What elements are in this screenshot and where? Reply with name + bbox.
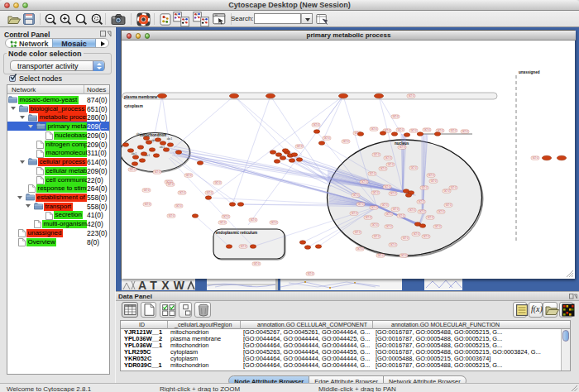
svg-text:GO:0: GO:0 (413, 232, 419, 236)
svg-text:GO:0: GO:0 (219, 221, 226, 224)
svg-text:GO:0: GO:0 (418, 200, 424, 203)
svg-text:GO:0: GO:0 (369, 172, 376, 175)
svg-text:GO:0: GO:0 (361, 180, 367, 184)
svg-text:cytoplasm: cytoplasm (124, 104, 143, 108)
svg-text:GO:0: GO:0 (410, 129, 417, 132)
svg-text:GO:0: GO:0 (143, 189, 150, 192)
svg-text:GO:0: GO:0 (438, 210, 444, 213)
svg-text:GO:0: GO:0 (371, 223, 378, 227)
svg-text:GO:0: GO:0 (352, 194, 359, 197)
svg-text:unassigned: unassigned (519, 70, 540, 74)
svg-text:GO:0: GO:0 (372, 191, 379, 194)
svg-text:GO:0: GO:0 (313, 123, 319, 127)
svg-text:GO:0: GO:0 (399, 146, 405, 149)
svg-text:GO:0: GO:0 (392, 208, 399, 211)
svg-text:GO:0: GO:0 (206, 191, 213, 194)
svg-text:GO:0: GO:0 (250, 218, 256, 222)
svg-text:GO:0: GO:0 (373, 153, 380, 156)
svg-text:GO:0: GO:0 (384, 185, 390, 189)
svg-text:GO:0: GO:0 (342, 140, 349, 143)
svg-text:GO:0: GO:0 (154, 170, 160, 174)
svg-text:GO:0: GO:0 (354, 231, 361, 234)
svg-text:GO:0: GO:0 (430, 179, 437, 183)
svg-text:GO:0: GO:0 (240, 245, 246, 248)
svg-text:GO:0: GO:0 (307, 272, 313, 275)
svg-text:GO:0: GO:0 (397, 128, 404, 131)
svg-text:abc1: abc1 (132, 152, 137, 155)
svg-text:GO:0: GO:0 (400, 254, 407, 257)
svg-text:GO:0: GO:0 (385, 225, 392, 228)
svg-text:GO:0: GO:0 (427, 216, 433, 219)
svg-text:GO:0: GO:0 (179, 191, 185, 194)
svg-text:GO:0: GO:0 (371, 127, 377, 131)
svg-text:GO:0: GO:0 (373, 235, 380, 238)
svg-text:GO:0: GO:0 (385, 213, 392, 216)
svg-text:GO:0: GO:0 (351, 212, 357, 215)
svg-text:GO:0: GO:0 (445, 203, 452, 207)
svg-text:GO:0: GO:0 (398, 214, 404, 218)
svg-text:plasma membrane: plasma membrane (124, 95, 158, 99)
svg-text:GO:0: GO:0 (434, 225, 441, 228)
svg-text:GO:0: GO:0 (410, 166, 417, 170)
svg-text:GO:0: GO:0 (185, 174, 192, 177)
svg-text:GO:0: GO:0 (296, 145, 303, 148)
svg-text:GO:0: GO:0 (423, 235, 429, 238)
svg-text:nucleus: nucleus (395, 141, 409, 146)
svg-text:GO:0: GO:0 (175, 204, 182, 208)
svg-text:ATXW: ATXW (138, 279, 185, 290)
svg-text:GO:0: GO:0 (380, 167, 386, 170)
svg-text:GO:0: GO:0 (214, 181, 221, 184)
svg-text:GO:0: GO:0 (356, 247, 363, 251)
svg-text:GO:0: GO:0 (377, 254, 384, 257)
svg-text:GO:0: GO:0 (390, 243, 396, 246)
svg-text:GO:0: GO:0 (357, 203, 364, 206)
svg-text:GO:0: GO:0 (423, 128, 430, 131)
svg-text:abc1: abc1 (167, 137, 173, 141)
svg-text:GO:0: GO:0 (532, 156, 538, 160)
svg-text:GO:0: GO:0 (381, 203, 388, 207)
svg-text:GO:0: GO:0 (144, 203, 151, 206)
svg-text:GO:0: GO:0 (365, 216, 371, 219)
svg-text:GO:0: GO:0 (253, 262, 260, 265)
svg-text:GO:0: GO:0 (419, 210, 425, 213)
svg-text:GO:0: GO:0 (167, 183, 174, 186)
svg-text:GO:0: GO:0 (390, 192, 396, 195)
svg-text:endoplasmic reticulum: endoplasmic reticulum (216, 231, 257, 235)
svg-text:GO:0: GO:0 (462, 130, 468, 133)
svg-text:GO:0: GO:0 (223, 215, 229, 218)
svg-text:GO:0: GO:0 (450, 129, 457, 132)
svg-text:GO:0: GO:0 (408, 94, 414, 98)
svg-text:GO:0: GO:0 (421, 186, 428, 189)
svg-text:GO:0: GO:0 (402, 237, 409, 240)
svg-text:GO:0: GO:0 (443, 189, 450, 193)
svg-text:GO:0: GO:0 (409, 208, 415, 212)
svg-text:GO:0: GO:0 (129, 168, 136, 171)
svg-text:GO:0: GO:0 (392, 115, 399, 118)
svg-text:GO:0: GO:0 (371, 206, 377, 209)
svg-text:mitochondrion: mitochondrion (140, 133, 166, 137)
svg-text:GO:0: GO:0 (387, 163, 394, 166)
svg-text:GO:0: GO:0 (270, 221, 277, 224)
svg-text:GO:0: GO:0 (168, 214, 175, 218)
svg-text:GO:0: GO:0 (450, 186, 457, 189)
svg-text:GO:0: GO:0 (428, 174, 434, 177)
svg-text:GO:0: GO:0 (323, 136, 330, 140)
svg-text:GO:0: GO:0 (385, 156, 391, 160)
